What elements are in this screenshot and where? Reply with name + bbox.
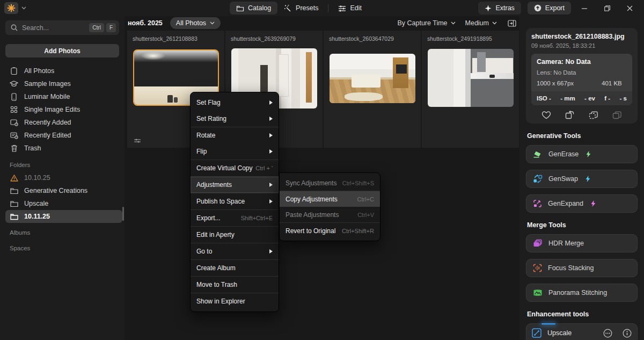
chevron-down-icon[interactable] (21, 6, 26, 10)
submenu-item-revert-to-original[interactable]: Revert to OriginalCtrl+Shift+R (280, 223, 380, 238)
stack-button[interactable] (612, 111, 622, 119)
folder-item-label: 10.11.25 (24, 213, 50, 220)
photo-region (345, 92, 382, 102)
shortcut-label: Ctrl+V (357, 212, 374, 218)
add-photos-button[interactable]: Add Photos (5, 44, 119, 57)
menu-item-adjustments[interactable]: Adjustments (191, 177, 279, 193)
minimize-button[interactable] (575, 5, 594, 11)
lightning-icon (591, 200, 596, 207)
panorama-stitching-button[interactable]: Panorama Stitching (526, 284, 638, 302)
date-group-label: нояб. 2025 (128, 19, 163, 27)
shortcut-label: Ctrl+Shift+R (342, 228, 374, 234)
filter-dropdown[interactable]: All Photos (170, 17, 221, 29)
shortcut-label: Ctrl+Shift+S (342, 180, 374, 186)
tab-label: Presets (296, 4, 318, 12)
sidebar-scrollbar[interactable] (122, 207, 124, 221)
menu-item-rotate[interactable]: Rotate (191, 127, 279, 143)
dimensions-label: 1000 x 667px (537, 80, 574, 86)
search-placeholder: Search... (22, 24, 87, 32)
exif-strip: ISO - - mm - ev f - - s (531, 91, 632, 105)
filter-label: All Photos (176, 19, 206, 27)
hdr-merge-button[interactable]: HDR Merge (526, 234, 638, 252)
close-button[interactable] (620, 5, 639, 11)
exif-ev: - ev (584, 95, 595, 102)
folder-item-10-10-25[interactable]: 10.10.25 (5, 171, 122, 184)
sidebar-item-single-image-edits[interactable]: Single Image Edits (5, 103, 122, 116)
tab-catalog[interactable]: Catalog (230, 2, 277, 15)
menu-item-export[interactable]: Export...Shift+Ctrl+E (191, 210, 279, 226)
rotate-button[interactable] (565, 111, 574, 119)
filesize-label: 401 KB (602, 80, 622, 86)
genexpand-button[interactable]: GenExpand (526, 194, 638, 213)
menu-item-edit-in-aperty[interactable]: Edit in Aperty (191, 227, 279, 243)
folder-item-upscale[interactable]: Upscale (5, 197, 122, 210)
genswap-button[interactable]: GenSwap (526, 170, 638, 188)
sidebar-item-label: Luminar Mobile (24, 93, 70, 100)
menu-item-flip[interactable]: Flip (191, 143, 279, 160)
tab-label: Edit (350, 4, 362, 12)
albums-section-label[interactable]: Albums (5, 229, 122, 236)
photo-region (260, 65, 268, 94)
search-input[interactable]: Search... Ctrl F (5, 20, 119, 35)
sidebar-item-luminar-mobile[interactable]: Luminar Mobile (5, 90, 122, 103)
sidebar-item-trash[interactable]: Trash (5, 142, 122, 155)
folder-item-10-11-25[interactable]: 10.11.25 (5, 210, 122, 223)
upscale-options-button[interactable] (603, 329, 612, 338)
menu-item-show-in-explorer[interactable]: Show in Explorer (191, 293, 279, 309)
photo-region (291, 48, 300, 108)
extras-button[interactable]: Extras (478, 2, 521, 15)
exif-f: f - (604, 95, 610, 102)
toggle-panel-button[interactable] (508, 20, 516, 27)
generase-button[interactable]: GenErase (526, 145, 638, 163)
photo-filename: shutterstock_2639269079 (225, 31, 323, 42)
focus-stacking-button[interactable]: Focus Stacking (526, 259, 638, 277)
app-logo-button[interactable] (4, 2, 18, 14)
sidebar-item-all-photos[interactable]: All Photos (5, 64, 122, 77)
photo-action-row (531, 111, 632, 119)
menu-item-set-rating[interactable]: Set Rating (191, 111, 279, 127)
folder-item-generative-creations[interactable]: Generative Creations (5, 184, 122, 197)
sidebar-item-recently-added[interactable]: Recently Added (5, 116, 122, 129)
copy-dashed-button[interactable] (589, 111, 598, 119)
sidebar-item-recently-edited[interactable]: Recently Edited (5, 129, 122, 142)
menu-item-go-to[interactable]: Go to (191, 243, 279, 259)
submenu-item-paste-adjustments: Paste AdjustmentsCtrl+V (280, 207, 380, 222)
sort-dropdown[interactable]: By Capture Time (397, 19, 455, 27)
favorite-button[interactable] (541, 111, 551, 119)
submenu-item-copy-adjustments[interactable]: Copy AdjustmentsCtrl+C (280, 191, 380, 207)
tab-divider (328, 4, 328, 12)
upscale-info-button[interactable] (623, 329, 632, 338)
sparkle-icon (485, 5, 492, 12)
generative-tools-title: Generative Tools (527, 132, 636, 140)
shortcut-label: Ctrl+C (357, 196, 374, 202)
tab-presets[interactable]: Presets (277, 2, 325, 15)
photo-thumbnail-3[interactable] (330, 54, 415, 103)
submenu-arrow-icon (269, 117, 273, 121)
upscale-icon (532, 328, 541, 338)
photo-region (489, 75, 495, 78)
restore-button[interactable] (598, 5, 616, 11)
menu-item-move-to-trash[interactable]: Move to Trash (191, 277, 279, 293)
image-clock-icon (10, 119, 18, 126)
menu-item-create-virtual-copy[interactable]: Create Virtual CopyCtrl + ' (191, 160, 279, 176)
folder-icon (10, 200, 18, 207)
thumbnail-size-dropdown[interactable]: Medium (465, 19, 497, 27)
menu-item-create-album[interactable]: Create Album (191, 260, 279, 276)
photos-icon (10, 67, 18, 75)
restore-icon (604, 5, 610, 11)
tab-edit[interactable]: Edit (332, 2, 368, 15)
tool-label: GenErase (548, 150, 579, 158)
folder-icon (236, 5, 244, 12)
grid-icon (10, 106, 18, 113)
photo-region (141, 52, 166, 60)
export-button[interactable]: Export (528, 2, 571, 15)
sidebar-item-label: Single Image Edits (24, 106, 80, 113)
photo-thumbnail-4[interactable] (428, 49, 514, 107)
spaces-section-label[interactable]: Spaces (5, 245, 122, 251)
eraser-icon (533, 150, 543, 158)
menu-item-publish-to-space[interactable]: Publish to Space (191, 193, 279, 209)
submenu-arrow-icon (269, 133, 273, 138)
menu-item-set-flag[interactable]: Set Flag (191, 95, 279, 111)
tab-label: Catalog (248, 4, 271, 12)
sidebar-item-sample-images[interactable]: Sample Images (5, 77, 122, 90)
